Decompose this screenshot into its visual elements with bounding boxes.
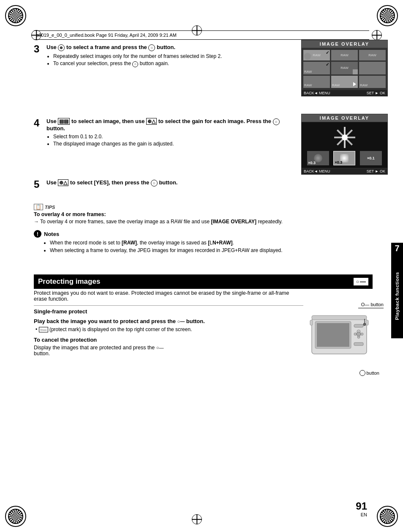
reg-mark-bottom-center	[192, 514, 202, 524]
step4-number: 4	[34, 118, 39, 128]
ov1-cell-4: RAW ✓	[303, 62, 330, 74]
camera-diagram: O— button	[303, 302, 388, 376]
cancel-desc: Display the images that are protected an…	[34, 345, 303, 356]
tips-subhead: To overlay 4 or more frames:	[34, 211, 388, 217]
notes-title: Notes	[44, 231, 59, 237]
key-icon: ○—	[354, 278, 368, 285]
corner-decoration-bl	[5, 502, 30, 527]
svg-rect-11	[310, 320, 313, 325]
ov1-cell-2: RAW	[331, 50, 358, 60]
image-overlay-screenshot-1: IMAGE OVERLAY RAW ✓ RAW RAW	[301, 40, 388, 96]
overlay-footer-2: BACK◄ MENU SET ► OK	[301, 168, 388, 175]
step5-content: Use ⊕△ to select [YES], then press the ○…	[46, 179, 295, 186]
overlay-title-1: IMAGE OVERLAY	[301, 40, 388, 48]
overlay-footer-1: BACK◄ MENU SET ► OK	[301, 90, 388, 96]
notes-header-row: ! Notes	[34, 230, 388, 238]
page-en: EN	[356, 512, 367, 517]
header-filename: s0019_e_00_0_unified.book Page 91 Friday…	[36, 33, 177, 38]
camera-label-top: O— button	[358, 302, 384, 308]
ov1-cell-1: RAW ✓	[303, 50, 330, 60]
tips-icon: 📋	[34, 204, 43, 210]
sidebar-label: Playback functions	[395, 272, 400, 320]
tips-label: TIPS	[45, 205, 55, 210]
corner-decoration-tr	[373, 5, 398, 30]
ov1-cell-8: RAW	[331, 76, 358, 88]
corner-decoration-br	[373, 502, 398, 527]
step4-block: 4 Use ▤▤ to select an image, then use ⊕△…	[34, 118, 295, 147]
step3-bullet-1: Repeatedly select images only for the nu…	[53, 53, 295, 59]
ov1-cell-3: RAW	[359, 50, 386, 60]
step4-bullet-1: Select from 0.1 to 2.0.	[53, 134, 295, 140]
main-content: IMAGE OVERLAY RAW ✓ RAW RAW	[34, 40, 388, 498]
overlay-body-2: ×0.3 ×0.3 ×0.1	[301, 122, 388, 168]
reg-mark-top-right	[372, 30, 382, 40]
header-bar: s0019_e_00_0_unified.book Page 91 Friday…	[34, 30, 369, 40]
notes-bullet-2: When selecting a frame to overlay, the J…	[50, 247, 388, 253]
step5-number: 5	[34, 179, 39, 189]
svg-rect-2	[317, 323, 349, 347]
svg-rect-12	[366, 320, 368, 325]
svg-rect-10	[354, 343, 363, 346]
ov1-cell-5: RAW	[331, 62, 358, 74]
step4-bullet-2: The displayed image changes as the gain …	[53, 141, 295, 147]
cancel-title: To cancel the protection	[34, 337, 303, 343]
corner-decoration-tl	[5, 5, 30, 30]
single-frame-title: Single-frame protect	[34, 308, 303, 315]
camera-label-bottom: button	[359, 370, 379, 376]
play-back-bullet: • ○— (protect mark) is displayed on the …	[35, 326, 303, 332]
ov1-cell-9: RAW	[359, 76, 386, 88]
camera-svg	[308, 310, 375, 365]
step3-number: 3	[34, 44, 39, 54]
divider-1	[34, 305, 303, 306]
svg-point-9	[357, 332, 361, 336]
tips-header-row: 📋 TIPS	[34, 204, 388, 210]
step5-block: 5 Use ⊕△ to select [YES], then press the…	[34, 179, 295, 189]
ov1-cell-6	[359, 62, 386, 74]
ov1-cell-7: RAW	[303, 76, 330, 88]
svg-point-8	[361, 333, 363, 335]
sidebar-label-container: Playback functions	[391, 254, 403, 338]
step4-title: Use ▤▤ to select an image, then use ⊕△ t…	[46, 118, 280, 132]
protecting-title: Protecting images	[38, 277, 100, 286]
step4-content: Use ▤▤ to select an image, then use ⊕△ t…	[46, 118, 295, 147]
protecting-header: Protecting images ○—	[34, 274, 373, 289]
protecting-desc: Protect images you do not want to erase.…	[34, 290, 303, 302]
step3-content: Use ⊕ to select a frame and press the ○ …	[46, 44, 295, 67]
step5-title: Use ⊕△ to select [YES], then press the ○…	[46, 179, 177, 186]
notes-section: ! Notes When the record mode is set to […	[34, 230, 388, 253]
tips-body: → To overlay 4 or more frames, save the …	[34, 219, 388, 225]
overlay-body-1: RAW ✓ RAW RAW RAW ✓ RAW	[301, 48, 388, 90]
play-back-title: Play back the image you want to protect …	[34, 318, 303, 324]
protecting-body: Protect images you do not want to erase.…	[34, 290, 303, 356]
tips-section: 📋 TIPS To overlay 4 or more frames: → To…	[34, 204, 388, 225]
notes-bullet-1: When the record mode is set to [RAW], th…	[50, 240, 388, 246]
notes-icon: !	[34, 230, 41, 238]
page-number: 91	[356, 500, 367, 512]
step3-title: Use ⊕ to select a frame and press the ○ …	[46, 44, 175, 50]
sidebar-number: 7	[391, 243, 403, 254]
step3-bullet-2: To cancel your selection, press the ○ bu…	[53, 60, 295, 67]
svg-rect-3	[312, 315, 367, 320]
image-overlay-screenshot-2: IMAGE OVERLAY ×0.3	[301, 114, 388, 175]
step3-block: 3 Use ⊕ to select a frame and press the …	[34, 44, 295, 67]
page-number-block: 91 EN	[356, 500, 367, 517]
overlay-title-2: IMAGE OVERLAY	[301, 114, 388, 122]
svg-point-7	[354, 333, 357, 335]
svg-rect-4	[354, 324, 363, 327]
svg-point-13	[363, 323, 366, 326]
notes-content: When the record mode is set to [RAW], th…	[44, 240, 388, 253]
